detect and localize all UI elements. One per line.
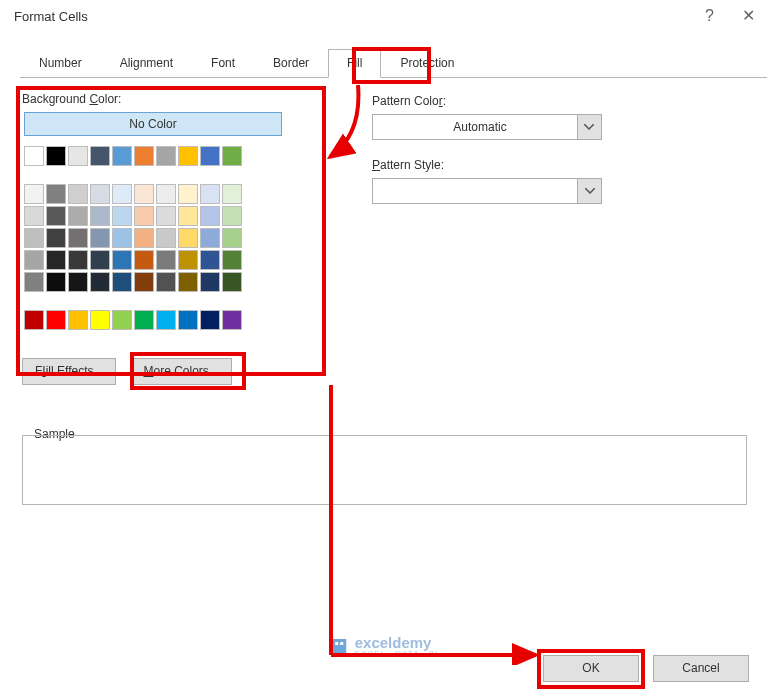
color-swatch[interactable] bbox=[112, 250, 132, 270]
color-swatch[interactable] bbox=[156, 250, 176, 270]
background-color-label: Background Color: bbox=[22, 92, 332, 106]
color-swatch[interactable] bbox=[68, 146, 88, 166]
color-swatch[interactable] bbox=[46, 250, 66, 270]
color-swatch[interactable] bbox=[46, 184, 66, 204]
color-swatch[interactable] bbox=[222, 310, 242, 330]
color-swatch[interactable] bbox=[156, 206, 176, 226]
color-swatch[interactable] bbox=[68, 184, 88, 204]
color-swatch[interactable] bbox=[134, 206, 154, 226]
tab-alignment[interactable]: Alignment bbox=[101, 49, 192, 78]
color-swatch[interactable] bbox=[46, 228, 66, 248]
color-swatch[interactable] bbox=[46, 146, 66, 166]
color-swatch[interactable] bbox=[68, 228, 88, 248]
color-palette bbox=[24, 146, 332, 330]
color-swatch[interactable] bbox=[200, 310, 220, 330]
color-swatch[interactable] bbox=[24, 310, 44, 330]
color-swatch[interactable] bbox=[222, 184, 242, 204]
color-swatch[interactable] bbox=[46, 206, 66, 226]
color-swatch[interactable] bbox=[46, 272, 66, 292]
color-swatch[interactable] bbox=[134, 228, 154, 248]
color-swatch[interactable] bbox=[200, 184, 220, 204]
color-swatch[interactable] bbox=[178, 250, 198, 270]
color-swatch[interactable] bbox=[46, 310, 66, 330]
color-swatch[interactable] bbox=[90, 146, 110, 166]
color-swatch[interactable] bbox=[222, 146, 242, 166]
color-swatch[interactable] bbox=[200, 272, 220, 292]
chevron-down-icon[interactable] bbox=[577, 179, 601, 203]
color-swatch[interactable] bbox=[200, 250, 220, 270]
color-swatch[interactable] bbox=[24, 146, 44, 166]
more-colors-button[interactable]: More Colors... bbox=[130, 358, 231, 385]
close-icon[interactable]: ✕ bbox=[742, 8, 755, 24]
svg-rect-1 bbox=[335, 642, 338, 645]
color-swatch[interactable] bbox=[24, 184, 44, 204]
color-swatch[interactable] bbox=[134, 146, 154, 166]
color-swatch[interactable] bbox=[134, 272, 154, 292]
color-swatch[interactable] bbox=[112, 206, 132, 226]
titlebar: Format Cells ? ✕ bbox=[0, 0, 767, 30]
color-swatch[interactable] bbox=[178, 310, 198, 330]
dialog-title: Format Cells bbox=[14, 9, 88, 24]
tab-number[interactable]: Number bbox=[20, 49, 101, 78]
color-swatch[interactable] bbox=[68, 250, 88, 270]
color-swatch[interactable] bbox=[222, 250, 242, 270]
color-swatch[interactable] bbox=[134, 310, 154, 330]
tab-fill[interactable]: Fill bbox=[328, 49, 381, 78]
tab-font[interactable]: Font bbox=[192, 49, 254, 78]
color-swatch[interactable] bbox=[112, 310, 132, 330]
color-swatch[interactable] bbox=[90, 272, 110, 292]
help-icon[interactable]: ? bbox=[705, 8, 714, 24]
color-swatch[interactable] bbox=[112, 146, 132, 166]
sample-preview bbox=[22, 435, 747, 505]
tab-strip: Number Alignment Font Border Fill Protec… bbox=[20, 48, 767, 78]
color-swatch[interactable] bbox=[134, 184, 154, 204]
color-swatch[interactable] bbox=[156, 310, 176, 330]
tab-border[interactable]: Border bbox=[254, 49, 328, 78]
pattern-style-combo[interactable] bbox=[372, 178, 602, 204]
color-swatch[interactable] bbox=[178, 206, 198, 226]
pattern-style-label: Pattern Style: bbox=[372, 158, 747, 172]
color-swatch[interactable] bbox=[24, 228, 44, 248]
fill-effects-button[interactable]: FIill Effects... bbox=[22, 358, 116, 385]
no-color-button[interactable]: No Color bbox=[24, 112, 282, 136]
color-swatch[interactable] bbox=[156, 184, 176, 204]
color-swatch[interactable] bbox=[90, 310, 110, 330]
color-swatch[interactable] bbox=[112, 184, 132, 204]
color-swatch[interactable] bbox=[90, 228, 110, 248]
color-swatch[interactable] bbox=[112, 228, 132, 248]
color-swatch[interactable] bbox=[178, 228, 198, 248]
color-swatch[interactable] bbox=[156, 146, 176, 166]
color-swatch[interactable] bbox=[90, 206, 110, 226]
color-swatch[interactable] bbox=[178, 184, 198, 204]
color-swatch[interactable] bbox=[68, 310, 88, 330]
color-swatch[interactable] bbox=[156, 228, 176, 248]
cancel-button[interactable]: Cancel bbox=[653, 655, 749, 682]
color-swatch[interactable] bbox=[90, 184, 110, 204]
color-swatch[interactable] bbox=[200, 206, 220, 226]
color-swatch[interactable] bbox=[222, 228, 242, 248]
color-swatch[interactable] bbox=[134, 250, 154, 270]
color-swatch[interactable] bbox=[68, 206, 88, 226]
color-swatch[interactable] bbox=[222, 272, 242, 292]
color-swatch[interactable] bbox=[90, 250, 110, 270]
pattern-color-combo[interactable]: Automatic bbox=[372, 114, 602, 140]
svg-rect-2 bbox=[340, 642, 343, 645]
tab-protection[interactable]: Protection bbox=[381, 49, 473, 78]
color-swatch[interactable] bbox=[24, 206, 44, 226]
pattern-color-value: Automatic bbox=[453, 120, 506, 134]
color-swatch[interactable] bbox=[200, 228, 220, 248]
color-swatch[interactable] bbox=[24, 250, 44, 270]
color-swatch[interactable] bbox=[178, 146, 198, 166]
color-swatch[interactable] bbox=[200, 146, 220, 166]
pattern-color-label: Pattern Color: bbox=[372, 94, 747, 108]
color-swatch[interactable] bbox=[222, 206, 242, 226]
color-swatch[interactable] bbox=[68, 272, 88, 292]
ok-button[interactable]: OK bbox=[543, 655, 639, 682]
watermark: exceldemy EXCEL · DATA · BI bbox=[329, 634, 439, 658]
color-swatch[interactable] bbox=[178, 272, 198, 292]
chevron-down-icon[interactable] bbox=[577, 115, 601, 139]
color-swatch[interactable] bbox=[156, 272, 176, 292]
sample-group: Sample bbox=[22, 435, 747, 505]
color-swatch[interactable] bbox=[112, 272, 132, 292]
color-swatch[interactable] bbox=[24, 272, 44, 292]
